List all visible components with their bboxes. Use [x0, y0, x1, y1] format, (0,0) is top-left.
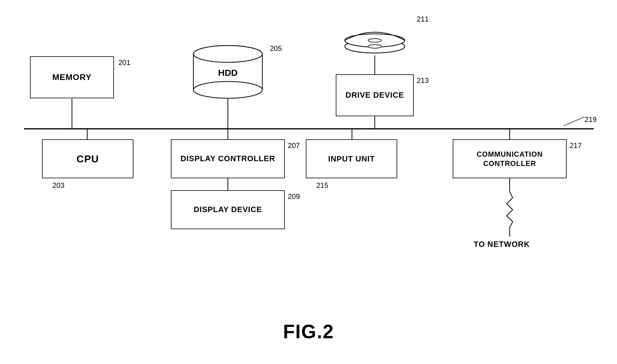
cpu-ref: 203 [52, 181, 64, 190]
comm-controller-box: COMMUNICATION CONTROLLER [453, 139, 567, 178]
svg-point-21 [193, 46, 262, 62]
disk-shape [339, 15, 411, 54]
comm-controller-ref: 217 [570, 141, 582, 150]
svg-line-11 [564, 117, 585, 126]
drive-device-box: DRIVE DEVICE [336, 74, 414, 116]
display-device-box: DISPLAY DEVICE [171, 190, 285, 229]
input-unit-box: INPUT UNIT [306, 139, 397, 178]
cpu-box: CPU [42, 139, 133, 178]
memory-ref: 201 [118, 58, 130, 67]
diagram: 211 HDD 205 MEMORY 201 DRIVE DEVICE 213 … [0, 0, 617, 315]
display-controller-ref: 207 [288, 141, 300, 150]
memory-box: MEMORY [30, 56, 114, 98]
svg-point-14 [368, 45, 381, 48]
drive-device-ref: 213 [417, 76, 429, 85]
disk-ref: 211 [417, 15, 429, 23]
svg-point-15 [368, 39, 381, 42]
input-unit-ref: 215 [316, 181, 328, 190]
display-device-ref: 209 [288, 192, 300, 201]
network-label: TO NETWORK [474, 240, 530, 249]
bus-ref: 219 [585, 115, 597, 124]
svg-text:HDD: HDD [218, 68, 238, 78]
hdd-shape: HDD [189, 43, 267, 99]
display-controller-box: DISPLAY CONTROLLER [171, 139, 285, 178]
hdd-ref: 205 [270, 44, 282, 53]
figure-caption: FIG.2 [0, 321, 617, 343]
svg-point-20 [193, 81, 262, 98]
